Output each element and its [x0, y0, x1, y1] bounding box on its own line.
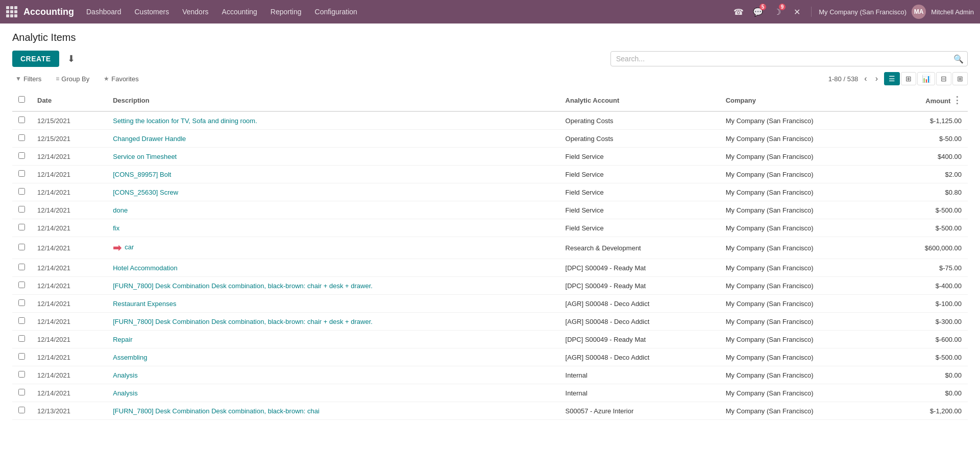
list-view-button[interactable]: ☰ — [884, 72, 900, 85]
close-icon[interactable]: ✕ — [790, 5, 804, 19]
cell-date: 12/14/2021 — [31, 259, 107, 277]
cell-amount: $400.00 — [886, 148, 968, 166]
nav-accounting[interactable]: Accounting — [216, 5, 263, 19]
row-checkbox[interactable] — [18, 188, 25, 195]
filter-right: 1-80 / 538 ‹ › ☰ ⊞ 📊 ⊟ ⊞ — [828, 72, 968, 85]
kanban-view-button[interactable]: ⊞ — [901, 72, 916, 85]
cell-amount: $600,000.00 — [886, 237, 968, 259]
separator — [811, 7, 812, 17]
cell-description[interactable]: Assembling — [107, 348, 559, 366]
col-company[interactable]: Company — [720, 89, 886, 111]
cell-company: My Company (San Francisco) — [720, 331, 886, 348]
table-row: 12/14/2021Hotel Accommodation[DPC] S0004… — [12, 259, 968, 277]
cell-description[interactable]: [CONS_25630] Screw — [107, 183, 559, 201]
groupby-button[interactable]: ≡ Group By — [53, 73, 92, 85]
row-checkbox[interactable] — [18, 224, 25, 230]
cell-description[interactable]: done — [107, 201, 559, 219]
download-button[interactable]: ⬇ — [63, 51, 79, 66]
row-checkbox[interactable] — [18, 170, 25, 177]
cell-analytic-account: [AGR] S00048 - Deco Addict — [559, 313, 720, 331]
cell-description[interactable]: Analysis — [107, 366, 559, 384]
cell-analytic-account: Internal — [559, 366, 720, 384]
nav-customers[interactable]: Customers — [129, 5, 176, 19]
nav-dashboard[interactable]: Dashboard — [80, 5, 128, 19]
nav-vendors[interactable]: Vendors — [176, 5, 214, 19]
cell-date: 12/14/2021 — [31, 331, 107, 348]
cell-description[interactable]: fix — [107, 219, 559, 237]
messages-icon[interactable]: 💬 5 — [751, 5, 765, 19]
row-checkbox[interactable] — [18, 116, 25, 123]
col-options-icon[interactable]: ⋮ — [952, 95, 962, 105]
table-row: 12/15/2021Setting the location for TV, S… — [12, 111, 968, 130]
row-checkbox[interactable] — [18, 264, 25, 270]
pivot-view-button[interactable]: ⊟ — [936, 72, 951, 85]
cell-date: 12/13/2021 — [31, 402, 107, 420]
cell-description[interactable]: Analysis — [107, 384, 559, 402]
cell-description[interactable]: [FURN_7800] Desk Combination Desk combin… — [107, 313, 559, 331]
row-checkbox[interactable] — [18, 282, 25, 288]
row-checkbox[interactable] — [18, 407, 25, 413]
cell-analytic-account: Research & Development — [559, 237, 720, 259]
cell-description[interactable]: Restaurant Expenses — [107, 295, 559, 313]
user-avatar[interactable]: MA — [912, 5, 926, 19]
cell-description[interactable]: [FURN_7800] Desk Combination Desk combin… — [107, 402, 559, 420]
favorites-label: Favorites — [111, 75, 138, 83]
cell-analytic-account: Field Service — [559, 219, 720, 237]
cell-company: My Company (San Francisco) — [720, 384, 886, 402]
app-brand[interactable]: Accounting — [6, 6, 74, 17]
cell-analytic-account: Operating Costs — [559, 111, 720, 130]
cell-analytic-account: Operating Costs — [559, 130, 720, 148]
cell-description[interactable]: [CONS_89957] Bolt — [107, 166, 559, 183]
row-checkbox[interactable] — [18, 335, 25, 342]
next-page-button[interactable]: › — [873, 73, 880, 84]
col-date[interactable]: Date — [31, 89, 107, 111]
grid-menu-icon[interactable] — [6, 6, 17, 17]
cell-company: My Company (San Francisco) — [720, 295, 886, 313]
phone-icon[interactable]: ☎ — [731, 5, 746, 19]
search-button[interactable]: 🔍 — [953, 54, 964, 64]
table-row: 12/14/2021fixField ServiceMy Company (Sa… — [12, 219, 968, 237]
graph-view-button[interactable]: 📊 — [917, 72, 935, 85]
cell-description[interactable]: Setting the location for TV, Sofa and di… — [107, 111, 559, 130]
prev-page-button[interactable]: ‹ — [862, 73, 869, 84]
main-content: Analytic Items CREATE ⬇ 🔍 ▼ Filters ≡ Gr… — [0, 24, 980, 428]
row-checkbox[interactable] — [18, 152, 25, 159]
activity-icon[interactable]: ☽ 9 — [770, 5, 785, 19]
row-checkbox[interactable] — [18, 389, 25, 395]
cell-company: My Company (San Francisco) — [720, 313, 886, 331]
row-checkbox[interactable] — [18, 371, 25, 378]
messages-badge: 5 — [760, 4, 767, 10]
col-analytic-account[interactable]: Analytic Account — [559, 89, 720, 111]
filters-button[interactable]: ▼ Filters — [12, 73, 44, 85]
col-amount[interactable]: Amount ⋮ — [886, 89, 968, 111]
favorites-icon: ★ — [104, 75, 109, 82]
top-navigation: Accounting Dashboard Customers Vendors A… — [0, 0, 980, 24]
cell-description[interactable]: ➡car — [107, 237, 559, 259]
col-description[interactable]: Description — [107, 89, 559, 111]
row-checkbox[interactable] — [18, 206, 25, 213]
cell-amount: $0.00 — [886, 384, 968, 402]
row-arrow-icon: ➡ — [113, 242, 121, 254]
row-checkbox[interactable] — [18, 299, 25, 306]
nav-reporting[interactable]: Reporting — [264, 5, 308, 19]
cell-analytic-account: [DPC] S00049 - Ready Mat — [559, 277, 720, 295]
groupby-icon: ≡ — [56, 75, 59, 82]
favorites-button[interactable]: ★ Favorites — [101, 73, 141, 85]
cell-date: 12/14/2021 — [31, 277, 107, 295]
create-button[interactable]: CREATE — [12, 51, 59, 67]
row-checkbox[interactable] — [18, 134, 25, 141]
cell-description[interactable]: Service on Timesheet — [107, 148, 559, 166]
row-checkbox[interactable] — [18, 317, 25, 324]
row-checkbox[interactable] — [18, 353, 25, 360]
nav-configuration[interactable]: Configuration — [309, 5, 363, 19]
grid-view-button[interactable]: ⊞ — [952, 72, 968, 85]
cell-date: 12/15/2021 — [31, 111, 107, 130]
cell-description[interactable]: Hotel Accommodation — [107, 259, 559, 277]
cell-amount: $-75.00 — [886, 259, 968, 277]
cell-description[interactable]: Changed Drawer Handle — [107, 130, 559, 148]
row-checkbox[interactable] — [18, 244, 25, 250]
select-all-checkbox[interactable] — [18, 96, 25, 103]
cell-description[interactable]: [FURN_7800] Desk Combination Desk combin… — [107, 277, 559, 295]
search-input[interactable] — [610, 51, 968, 66]
cell-description[interactable]: Repair — [107, 331, 559, 348]
